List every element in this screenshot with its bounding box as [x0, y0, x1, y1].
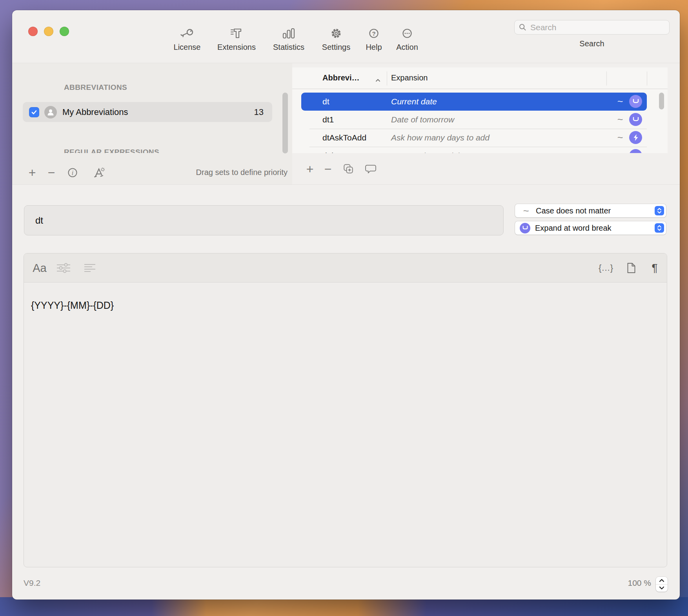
search-input[interactable]: [530, 22, 665, 33]
tilde-icon: ~: [615, 111, 626, 128]
search-field[interactable]: [514, 20, 670, 35]
case-popup[interactable]: ~ Case does not matter: [515, 204, 666, 217]
row-abbreviation: dtAskToAdd: [322, 129, 366, 147]
abbreviations-table: Abbrevi… Expansion dt Current date ~ dt1…: [292, 67, 668, 153]
sidebar-scrollbar[interactable]: [282, 93, 288, 153]
wallpaper-bottom-gradient: [0, 597, 688, 616]
add-abbreviation-button[interactable]: +: [303, 162, 317, 176]
sliders-icon: [55, 261, 73, 275]
duplicate-icon: [342, 162, 355, 176]
svg-text:i: i: [72, 169, 73, 176]
align-left-icon: [82, 261, 98, 275]
toolbar-item-label: Statistics: [273, 43, 304, 52]
bar-chart-icon: [281, 26, 297, 41]
expansion-text-area[interactable]: {YYYY}-{MM}-{DD}: [24, 282, 667, 311]
gear-icon: [328, 26, 344, 41]
svg-text:?: ?: [372, 30, 375, 37]
close-button[interactable]: [28, 27, 38, 36]
word-break-icon: [629, 149, 642, 153]
editor-toolbar: Aa {...} ¶: [24, 253, 667, 282]
set-info-button[interactable]: i: [66, 166, 79, 179]
version-label: V9.2: [24, 578, 40, 588]
popup-stepper-icon: [655, 206, 664, 215]
minimize-button[interactable]: [44, 27, 53, 36]
speech-bubble-icon: [364, 162, 377, 176]
section-regex-label: REGULAR EXPRESSIONS: [64, 148, 159, 153]
set-enabled-checkbox[interactable]: [29, 107, 39, 117]
case-popup-value: Case does not matter: [536, 206, 611, 215]
zoom-decrease-button[interactable]: [656, 585, 668, 592]
toolbar-statistics-button[interactable]: Statistics: [265, 20, 312, 52]
column-divider[interactable]: [606, 71, 607, 86]
word-break-icon: [629, 113, 642, 126]
text-format-button[interactable]: Aa: [30, 261, 49, 274]
row-expansion: Current date: [391, 93, 437, 111]
search-icon: [519, 23, 527, 31]
row-expansion: Date of tomorrow: [391, 111, 454, 129]
show-invisibles-button[interactable]: ¶: [649, 262, 660, 274]
tilde-icon: ~: [521, 205, 531, 217]
set-actions-button[interactable]: [93, 166, 106, 179]
column-header-expansion[interactable]: Expansion: [391, 73, 428, 82]
ellipsis-circle-icon: [399, 26, 415, 41]
row-abbreviation: dt: [322, 93, 329, 111]
expand-popup-value: Expand at word break: [535, 224, 612, 233]
popup-stepper-icon: [655, 223, 664, 233]
remove-abbreviation-button[interactable]: −: [321, 162, 335, 176]
sets-sidebar: ABBREVIATIONS My Abbreviations 13 REGULA…: [12, 63, 292, 184]
zoom-window-button[interactable]: [60, 27, 69, 36]
check-icon: [31, 109, 38, 116]
toolbar-item-label: Help: [366, 43, 382, 52]
row-expansion: Current date and time: [391, 147, 471, 153]
insert-marker-button[interactable]: {...}: [593, 263, 619, 273]
zoom-stepper[interactable]: [656, 577, 668, 592]
toolbar-extensions-button[interactable]: Extensions: [213, 20, 260, 52]
table-row-dt[interactable]: dt Current date ~: [292, 93, 668, 111]
column-divider[interactable]: [387, 71, 387, 86]
column-divider[interactable]: [647, 71, 647, 86]
sets-list: ABBREVIATIONS My Abbreviations 13 REGULA…: [12, 63, 292, 153]
extensions-icon: [229, 26, 244, 41]
table-row-dtasktoadd[interactable]: dtAskToAdd Ask how many days to add ~: [292, 129, 668, 147]
table-row-dttime[interactable]: dttime Current date and time ~: [292, 147, 668, 153]
row-abbreviation: dttime: [322, 147, 345, 153]
set-name: My Abbreviations: [62, 107, 128, 117]
toolbar-item-label: Settings: [322, 43, 350, 52]
comment-button[interactable]: [364, 162, 377, 176]
expansion-editor: Aa {...} ¶ {YYYY}-{MM}-{DD}: [24, 253, 667, 567]
toolbar-item-label: Action: [396, 43, 418, 52]
add-set-button[interactable]: +: [25, 166, 39, 179]
lightning-icon: [629, 131, 642, 144]
help-icon: ?: [366, 26, 382, 41]
sidebar-item-my-abbreviations[interactable]: My Abbreviations 13: [23, 102, 272, 122]
abbreviation-input[interactable]: [35, 215, 487, 226]
tilde-icon: ~: [615, 93, 626, 110]
set-count: 13: [254, 107, 264, 117]
toolbar-item-label: Extensions: [217, 43, 256, 52]
tilde-icon: ~: [615, 129, 626, 146]
document-icon: [625, 261, 637, 275]
alignment-button[interactable]: [82, 261, 98, 275]
table-header: Abbrevi… Expansion: [292, 67, 668, 89]
duplicate-abbreviation-button[interactable]: [342, 162, 355, 176]
section-divider: [12, 184, 680, 185]
document-button[interactable]: [625, 261, 637, 275]
table-row-dt1[interactable]: dt1 Date of tomorrow ~: [292, 111, 668, 129]
sort-ascending-icon: [375, 77, 380, 84]
table-scrollbar[interactable]: [659, 93, 664, 109]
zoom-increase-button[interactable]: [656, 577, 668, 584]
toolbar-license-button[interactable]: License: [164, 20, 211, 52]
tilde-icon: ~: [615, 147, 626, 153]
chevron-down-icon: [659, 586, 665, 590]
row-expansion: Ask how many days to add: [391, 129, 490, 147]
user-set-icon: [44, 106, 57, 118]
chevron-up-icon: [659, 579, 665, 582]
adjustments-button[interactable]: [55, 261, 73, 275]
expand-popup[interactable]: Expand at word break: [515, 221, 666, 235]
toolbar-action-button[interactable]: Action: [384, 20, 431, 52]
column-header-abbreviation[interactable]: Abbrevi…: [322, 73, 359, 82]
info-icon: i: [66, 166, 79, 179]
app-window: License Extensions Statistics Settings ?…: [12, 10, 680, 600]
remove-set-button[interactable]: −: [45, 166, 58, 179]
key-icon: [179, 26, 195, 41]
